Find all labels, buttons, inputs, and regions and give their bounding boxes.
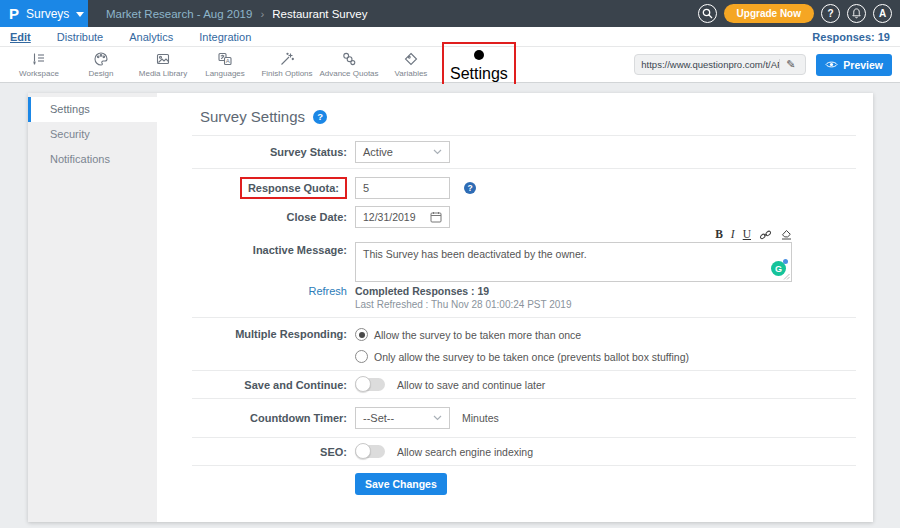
radio-label: Allow the survey to be taken more than o… (374, 329, 581, 341)
close-date-label: Close Date: (192, 211, 347, 223)
settings-icon[interactable] (471, 47, 487, 63)
responses-count[interactable]: Responses: 19 (812, 31, 890, 43)
edit-toolbar: Workspace Design Media Library A Languag… (0, 47, 900, 83)
completed-responses: Completed Responses : 19 (355, 285, 489, 297)
last-refreshed: Last Refreshed : Thu Nov 28 01:00:24 PST… (355, 299, 571, 310)
countdown-timer-value: --Set-- (363, 412, 394, 424)
breadcrumb-survey-name[interactable]: Restaurant Survey (272, 8, 367, 20)
radio-option-multiple[interactable]: Allow the survey to be taken more than o… (355, 328, 689, 341)
radio-label: Only allow the survey to be taken once (… (374, 351, 689, 363)
response-quota-label: Response Quota: (248, 182, 339, 194)
finish-options-icon (279, 51, 295, 67)
questionpro-logo: P (9, 6, 19, 21)
countdown-suffix: Minutes (462, 412, 499, 424)
survey-url-box[interactable]: ✎ (634, 54, 806, 75)
tool-label: Languages (205, 69, 245, 78)
breadcrumb-folder[interactable]: Market Research - Aug 2019 (106, 8, 252, 20)
design-icon (93, 51, 109, 67)
toggle-knob (355, 376, 371, 392)
tool-label: Finish Options (261, 69, 312, 78)
languages-icon: A (217, 51, 233, 67)
search-icon (702, 8, 713, 19)
clear-format-icon[interactable] (780, 229, 792, 240)
tool-label[interactable]: Settings (450, 65, 508, 83)
chevron-down-icon (433, 415, 442, 421)
tool-label: Design (89, 69, 114, 78)
save-continue-toggle[interactable] (355, 378, 385, 391)
breadcrumb-separator: › (260, 8, 264, 20)
preview-button[interactable]: Preview (816, 54, 892, 76)
tool-label: Workspace (19, 69, 59, 78)
preview-label: Preview (843, 59, 883, 71)
seo-label: SEO: (192, 446, 347, 458)
tool-design[interactable]: Design (70, 51, 132, 78)
response-quota-input[interactable] (355, 177, 450, 199)
chevron-down-icon (76, 12, 84, 17)
calendar-icon[interactable] (430, 211, 442, 223)
brand-area[interactable]: P Surveys (0, 0, 88, 27)
sidebar-item-notifications[interactable]: Notifications (28, 147, 157, 172)
italic-button[interactable]: I (731, 229, 735, 241)
workspace-icon (31, 51, 47, 67)
eye-icon (825, 60, 838, 69)
survey-status-label: Survey Status: (192, 146, 347, 158)
advance-quotas-icon (341, 51, 357, 67)
content-area: Settings Security Notifications Survey S… (0, 84, 900, 528)
help-icon[interactable]: ? (313, 110, 327, 124)
inactive-message-textarea[interactable]: This Survey has been deactivated by the … (355, 242, 792, 282)
top-bar: P Surveys Market Research - Aug 2019 › R… (0, 0, 900, 27)
refresh-link[interactable]: Refresh (192, 285, 347, 297)
underline-button[interactable]: U (743, 229, 751, 241)
annotation-box-settings: Settings (442, 42, 516, 87)
survey-status-value: Active (363, 146, 393, 158)
media-library-icon (155, 51, 171, 67)
search-button[interactable] (698, 4, 717, 23)
save-changes-button[interactable]: Save Changes (355, 473, 447, 495)
inactive-message-label: Inactive Message: (192, 228, 347, 282)
tool-media-library[interactable]: Media Library (132, 51, 194, 78)
save-continue-description: Allow to save and continue later (397, 379, 545, 391)
sidebar-item-security[interactable]: Security (28, 122, 157, 147)
sidebar-item-settings[interactable]: Settings (28, 97, 157, 122)
edit-url-icon[interactable]: ✎ (779, 59, 795, 70)
tool-label: Media Library (139, 69, 187, 78)
nav-item-integration[interactable]: Integration (199, 31, 251, 43)
tool-variables[interactable]: Variables (380, 51, 442, 78)
tool-advance-quotas[interactable]: Advance Quotas (318, 51, 380, 78)
survey-url-input[interactable] (641, 59, 779, 70)
seo-description: Allow search engine indexing (397, 446, 533, 458)
notifications-button[interactable] (847, 4, 866, 23)
survey-status-select[interactable]: Active (355, 141, 450, 163)
upgrade-now-button[interactable]: Upgrade Now (724, 4, 814, 23)
bold-button[interactable]: B (715, 229, 723, 241)
radio-option-once[interactable]: Only allow the survey to be taken once (… (355, 350, 689, 363)
countdown-timer-select[interactable]: --Set-- (355, 407, 450, 429)
tool-workspace[interactable]: Workspace (8, 51, 70, 78)
tool-label: Advance Quotas (319, 69, 378, 78)
radio-selected-icon[interactable] (355, 328, 368, 341)
settings-main: Survey Settings ? Survey Status: Active (157, 93, 873, 522)
format-toolbar: B I U (355, 228, 792, 241)
nav-item-edit[interactable]: Edit (10, 31, 31, 43)
seo-toggle[interactable] (355, 445, 385, 458)
close-date-input[interactable]: 12/31/2019 (355, 206, 450, 228)
breadcrumb: Market Research - Aug 2019 › Restaurant … (106, 8, 367, 20)
toggle-knob (355, 443, 371, 459)
link-icon[interactable] (759, 230, 772, 240)
radio-unselected-icon[interactable] (355, 350, 368, 363)
product-switcher-label: Surveys (26, 7, 69, 21)
quota-help-icon[interactable]: ? (464, 182, 476, 194)
close-date-value: 12/31/2019 (363, 211, 416, 223)
tool-languages[interactable]: A Languages (194, 51, 256, 78)
nav-item-analytics[interactable]: Analytics (129, 31, 173, 43)
avatar[interactable]: A (873, 4, 892, 23)
multiple-responding-label: Multiple Responding: (192, 328, 347, 340)
settings-sidebar: Settings Security Notifications (28, 93, 157, 522)
tool-label: Variables (395, 69, 428, 78)
resize-handle[interactable] (783, 273, 790, 280)
chevron-down-icon (433, 149, 442, 155)
nav-item-distribute[interactable]: Distribute (57, 31, 103, 43)
response-quota-label-cell: Response Quota: (192, 177, 347, 199)
help-button[interactable]: ? (821, 4, 840, 23)
tool-finish-options[interactable]: Finish Options (256, 51, 318, 78)
